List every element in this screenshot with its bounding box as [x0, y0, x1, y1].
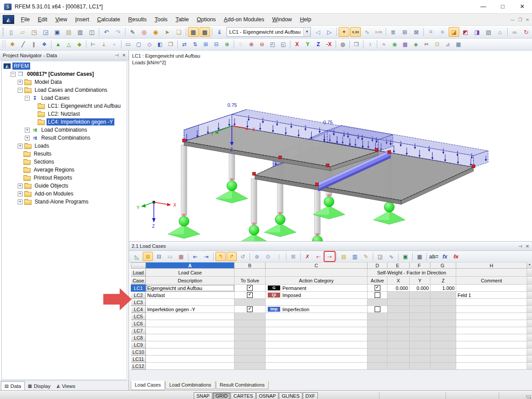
comment-cell[interactable] — [456, 320, 527, 327]
to-solve-cell[interactable] — [235, 299, 266, 306]
column-header-a[interactable]: A — [146, 262, 235, 269]
action-category-cell[interactable]: QiImposed — [266, 292, 368, 299]
tree-expander-icon[interactable]: + — [18, 200, 23, 204]
show-load-values-icon[interactable]: X.XX — [350, 27, 361, 37]
redo-icon[interactable]: ↷ — [113, 27, 123, 37]
result-tables-icon[interactable]: ▦ — [454, 40, 463, 49]
rotate-view-icon[interactable]: ↻ — [521, 27, 532, 37]
display-properties-icon[interactable]: ❒ — [352, 40, 361, 49]
next-load-case-icon[interactable]: ▷ — [324, 27, 335, 37]
active-cell[interactable] — [368, 299, 387, 306]
nodal-support[interactable] — [168, 216, 200, 239]
go-first-table-icon[interactable]: ⇤ — [190, 252, 200, 261]
redo-table-icon[interactable]: ↱ — [227, 252, 237, 261]
row-header-lc4[interactable]: LC4 — [131, 306, 146, 313]
to-solve-cell[interactable] — [235, 327, 266, 334]
table-tab-load-cases[interactable]: Load Cases — [131, 381, 165, 390]
table-cell[interactable] — [387, 334, 410, 341]
status-toggle-dxf[interactable]: DXF — [303, 392, 318, 399]
column-header-h[interactable]: H — [456, 262, 527, 269]
row-header-lc12[interactable]: LC12 — [131, 363, 146, 370]
checkbox-checked[interactable]: ✓ — [247, 285, 253, 291]
action-category-cell[interactable] — [266, 363, 368, 370]
new-solid-icon[interactable]: ◧ — [155, 40, 165, 49]
action-category-cell[interactable] — [266, 299, 368, 306]
panel-toggle-icon[interactable]: ⊡ — [432, 40, 442, 49]
regenerate-model-icon[interactable]: ⊕ — [222, 40, 232, 49]
minimize-button[interactable]: — — [473, 0, 493, 13]
maximize-button[interactable]: □ — [493, 0, 512, 13]
table-cell[interactable] — [456, 269, 527, 277]
tree-item[interactable]: Results — [2, 150, 127, 158]
row-options-icon[interactable]: ⋮ — [274, 252, 284, 261]
tree-item[interactable]: +Loads — [2, 142, 127, 150]
table-cell[interactable] — [410, 320, 430, 327]
table-cell[interactable] — [430, 299, 456, 306]
active-cell[interactable]: ✓ — [368, 285, 387, 292]
new-line-icon[interactable]: ╱ — [18, 40, 28, 49]
table-cell[interactable] — [410, 341, 430, 348]
table-cell[interactable] — [430, 292, 456, 299]
action-category-cell[interactable] — [266, 327, 368, 334]
new-parallel-line-icon[interactable]: ∥ — [29, 40, 39, 49]
to-solve-cell[interactable]: ✓ — [235, 292, 266, 299]
table-cell[interactable] — [410, 327, 430, 334]
delete-rows-icon[interactable]: ✗ — [302, 252, 313, 261]
active-cell[interactable] — [368, 327, 387, 334]
new-dimension-icon[interactable]: ⊢ — [88, 40, 98, 49]
tree-item[interactable]: LC2: Nutzlast — [2, 110, 127, 118]
column-header-g[interactable]: G — [430, 262, 456, 269]
paste-icon[interactable]: ▤ — [63, 27, 74, 37]
tree-item[interactable]: ◭RFEM — [2, 62, 127, 70]
panel-close-icon[interactable]: ✕ — [526, 244, 529, 249]
new-rectangle-surface-icon[interactable]: ▭ — [123, 40, 133, 49]
printout-report-icon[interactable]: ≣ — [388, 27, 399, 37]
model-3d-viewport[interactable]: LC1 : Eigengewicht und Aufbau Loads [kN/… — [129, 51, 532, 242]
menu-tools[interactable]: Tools — [151, 14, 172, 25]
status-toggle-cartes[interactable]: CARTES — [231, 392, 255, 399]
action-category-cell[interactable] — [266, 320, 368, 327]
calculator-icon[interactable]: ▦ — [415, 252, 425, 261]
table-cell[interactable]: X — [387, 277, 410, 285]
view-in-y-icon[interactable]: Y — [303, 40, 313, 49]
comment-cell[interactable] — [456, 306, 527, 313]
tree-expander-icon[interactable]: − — [25, 96, 30, 101]
view-in-z-icon[interactable]: Z — [313, 40, 323, 49]
tree-item[interactable]: Average Regions — [2, 166, 127, 174]
work-plane-yz-icon[interactable]: ◩ — [460, 27, 471, 37]
abbreviations-icon[interactable]: ab= — [429, 252, 439, 261]
new-nodal-support-icon[interactable]: ▲ — [53, 40, 63, 49]
active-cell[interactable] — [368, 348, 387, 356]
formula-icon[interactable]: fx — [440, 252, 450, 261]
description-cell[interactable] — [146, 356, 235, 363]
nodal-support[interactable] — [238, 225, 270, 242]
row-header-lc11[interactable]: LC11 — [131, 356, 146, 363]
pin-icon[interactable]: ⊤ — [518, 244, 523, 248]
report-template-icon[interactable]: ⊞ — [399, 27, 410, 37]
tree-item[interactable]: Sections — [2, 158, 127, 166]
tree-item[interactable]: +Guide Objects — [2, 182, 127, 190]
nodal-support[interactable] — [264, 215, 296, 237]
table-cell[interactable] — [387, 320, 410, 327]
undo-icon[interactable]: ↶ — [101, 27, 112, 37]
comment-cell[interactable] — [456, 363, 527, 370]
open-project-icon[interactable]: ◳ — [29, 27, 39, 37]
active-cell[interactable] — [368, 313, 387, 320]
menu-view[interactable]: View — [51, 14, 71, 25]
import-table-icon[interactable]: ◲ — [375, 252, 385, 261]
remove-formulas-icon[interactable]: fx — [451, 252, 461, 261]
column-header-d[interactable]: D — [368, 262, 387, 269]
tree-item[interactable]: LC1: Eigengewicht und Aufbau — [2, 102, 127, 110]
tree-expander-icon[interactable]: + — [25, 128, 30, 133]
table-cell[interactable] — [410, 299, 430, 306]
table-tab-result-combinations[interactable]: Result Combinations — [216, 381, 269, 389]
load-case-selector-icon[interactable]: ⇓ — [214, 27, 225, 37]
checkbox-checked[interactable]: ✓ — [247, 292, 253, 298]
export-excel-icon[interactable]: ▣ — [400, 252, 411, 261]
to-solve-cell[interactable]: ✓ — [235, 306, 266, 313]
comment-cell[interactable] — [456, 334, 527, 341]
clear-table-icon[interactable]: ⊠ — [288, 252, 298, 261]
table-cell[interactable] — [387, 313, 410, 320]
tree-item[interactable]: −↧Load Cases — [2, 94, 127, 102]
chain-selection-icon[interactable]: ∞ — [509, 27, 520, 37]
